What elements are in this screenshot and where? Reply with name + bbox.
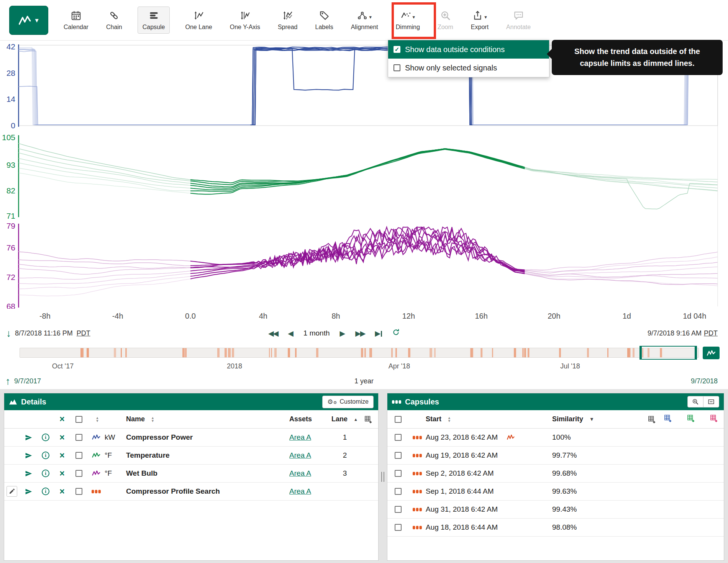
checkbox-unchecked-icon[interactable] — [394, 64, 400, 71]
remove-icon[interactable]: × — [54, 487, 70, 496]
signal-name[interactable]: Temperature — [126, 451, 289, 460]
capsule-row[interactable]: Sep 1, 2018 6:44 AM 99.63% — [387, 483, 724, 501]
toolbar-item-labels[interactable]: Labels — [313, 7, 335, 33]
investigate-range-end[interactable]: 9/7/2018 — [691, 377, 718, 385]
info-icon[interactable]: i — [42, 434, 49, 441]
info-icon[interactable]: i — [42, 452, 49, 459]
refresh-button[interactable] — [392, 328, 400, 338]
sort-desc-icon[interactable]: ▼ — [589, 416, 594, 422]
toolbar-item-capsule[interactable]: Capsule — [138, 7, 170, 34]
row-checkbox[interactable] — [75, 434, 82, 441]
toolbar-item-alignment[interactable]: ▾ Alignment — [349, 7, 380, 33]
row-checkbox[interactable] — [395, 452, 402, 459]
panel-splitter[interactable] — [379, 393, 387, 561]
condition-name[interactable]: Compressor Profile Search — [126, 487, 289, 496]
range-duration[interactable]: 1 month — [303, 329, 330, 337]
menu-item-show-only-selected[interactable]: Show only selected signals — [388, 59, 549, 77]
toolbar-item-export[interactable]: ▾ Export — [469, 7, 491, 33]
view-mode-button[interactable]: ▾ — [9, 6, 48, 35]
step-back-button[interactable]: ◀ — [288, 329, 293, 338]
capsule-row[interactable]: Aug 31, 2018 6:42 AM 99.43% — [387, 501, 724, 519]
timezone-link[interactable]: PDT — [77, 329, 90, 337]
capsule-row[interactable]: Aug 23, 2018 6:42 AM 100% — [387, 429, 724, 447]
column-header-similarity[interactable]: Similarity — [552, 415, 583, 423]
select-all-checkbox[interactable] — [395, 416, 402, 423]
timeline-label: Apr '18 — [389, 362, 410, 370]
column-header-lane[interactable]: Lane — [331, 415, 348, 423]
row-checkbox[interactable] — [75, 452, 82, 459]
rocket-icon[interactable] — [20, 434, 37, 441]
asset-link[interactable]: Area A — [289, 451, 311, 460]
fast-forward-button[interactable]: ▶▶ — [355, 329, 365, 338]
display-range-end[interactable]: 9/7/2018 9:16 AM — [648, 329, 702, 337]
row-checkbox[interactable] — [75, 470, 82, 477]
row-checkbox[interactable] — [75, 488, 82, 495]
toolbar-item-chain[interactable]: Chain — [104, 7, 125, 33]
asset-link[interactable]: Area A — [289, 433, 311, 442]
investigate-range-duration[interactable]: 1 year — [354, 377, 374, 385]
remove-icon[interactable]: × — [54, 469, 70, 478]
remove-all-icon[interactable]: × — [54, 415, 70, 424]
add-signal-column-icon[interactable] — [687, 414, 695, 424]
select-all-checkbox[interactable] — [75, 416, 82, 423]
collapse-panel-button[interactable] — [703, 396, 719, 408]
chevron-down-icon: ▾ — [413, 14, 415, 20]
column-header-name[interactable]: Name — [126, 415, 145, 423]
details-row-compressor-profile-search[interactable]: i × Compressor Profile Search Area A — [4, 483, 378, 501]
checkbox-checked-icon[interactable]: ✓ — [394, 46, 400, 53]
column-header-start[interactable]: Start — [426, 415, 441, 423]
sort-icon[interactable]: ▲▼ — [448, 416, 451, 422]
edit-icon[interactable] — [7, 486, 17, 497]
timeline-selection[interactable] — [639, 346, 697, 360]
rocket-icon[interactable] — [20, 452, 37, 459]
trend-chart[interactable]: 422814010593827179767268 — [0, 41, 728, 309]
investigate-range-start[interactable]: 9/7/2017 — [14, 377, 41, 385]
details-row-compressor-power[interactable]: i × kW Compressor Power Area A 1 — [4, 429, 378, 447]
timeline-track[interactable] — [20, 348, 699, 358]
timezone-link[interactable]: PDT — [704, 329, 718, 337]
sort-icon[interactable]: ▲▼ — [151, 416, 154, 422]
toolbar-item-spread[interactable]: Spread — [275, 7, 300, 33]
add-column-icon[interactable] — [640, 416, 663, 423]
add-signal-column-icon[interactable] — [710, 414, 718, 424]
remove-icon[interactable]: × — [54, 433, 70, 442]
details-row-temperature[interactable]: i × °F Temperature Area A 2 — [4, 447, 378, 465]
remove-icon[interactable]: × — [54, 451, 70, 460]
toolbar-item-one-y-axis[interactable]: One Y-Axis — [228, 7, 262, 33]
display-range-start[interactable]: 8/7/2018 11:16 PM — [15, 329, 73, 337]
add-signal-column-icon[interactable] — [664, 414, 672, 424]
row-checkbox[interactable] — [395, 524, 402, 531]
asset-link[interactable]: Area A — [289, 487, 311, 496]
signal-name[interactable]: Compressor Power — [126, 433, 289, 442]
sort-asc-icon[interactable]: ▲ — [354, 418, 358, 421]
row-checkbox[interactable] — [395, 470, 402, 477]
capsule-row[interactable]: Aug 19, 2018 6:42 AM 99.77% — [387, 447, 724, 465]
add-column-icon[interactable] — [358, 416, 378, 423]
fast-rewind-button[interactable]: ◀◀ — [268, 329, 278, 338]
investigate-start-arrow-icon[interactable]: ↑ — [5, 376, 10, 386]
toolbar-item-one-lane[interactable]: One Lane — [183, 7, 214, 33]
menu-item-show-data-outside[interactable]: ✓ Show data outside conditions — [388, 40, 549, 59]
rocket-icon[interactable] — [20, 470, 37, 477]
info-icon[interactable]: i — [42, 470, 49, 477]
signal-name[interactable]: Wet Bulb — [126, 469, 289, 478]
toolbar-item-calendar[interactable]: Calendar — [61, 7, 91, 33]
toolbar-item-dimming[interactable]: ▾ Dimming — [394, 7, 422, 33]
sort-icon[interactable]: ▲▼ — [96, 416, 99, 422]
capsule-row[interactable]: Aug 18, 2018 6:44 AM 98.08% — [387, 519, 724, 537]
skip-to-end-button[interactable]: ▶ — [375, 329, 382, 338]
details-row-wet-bulb[interactable]: i × °F Wet Bulb Area A 3 — [4, 465, 378, 483]
column-header-assets[interactable]: Assets — [289, 415, 312, 423]
range-start-arrow-icon[interactable]: ↓ — [6, 328, 11, 338]
info-icon[interactable]: i — [42, 488, 49, 495]
row-checkbox[interactable] — [395, 434, 402, 441]
row-checkbox[interactable] — [395, 506, 402, 513]
rocket-icon[interactable] — [20, 488, 37, 495]
step-forward-button[interactable]: ▶ — [340, 329, 346, 338]
customize-button[interactable]: ⚙⚙ Customize — [322, 396, 374, 408]
timeline-signal-button[interactable] — [703, 347, 720, 359]
row-checkbox[interactable] — [395, 488, 402, 495]
asset-link[interactable]: Area A — [289, 469, 311, 478]
zoom-to-capsule-button[interactable] — [687, 396, 703, 408]
capsule-row[interactable]: Sep 2, 2018 6:42 AM 99.68% — [387, 465, 724, 483]
